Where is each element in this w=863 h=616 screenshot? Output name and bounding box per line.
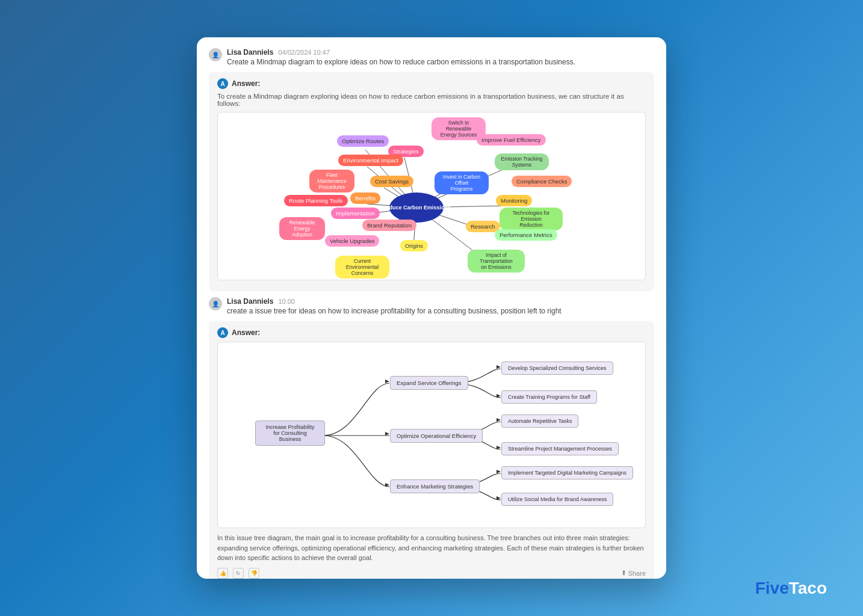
mm-fleet-maint: Fleet MaintenanceProcedures xyxy=(309,170,354,192)
svg-marker-20 xyxy=(496,446,501,449)
svg-marker-14 xyxy=(385,380,389,383)
like-icon[interactable]: 👍 xyxy=(217,568,228,579)
mm-research: Research xyxy=(466,221,500,232)
svg-marker-18 xyxy=(496,394,501,398)
svg-marker-17 xyxy=(496,365,501,369)
answer-block-1: A Answer: To create a Mindmap diagram ex… xyxy=(209,72,654,291)
answer-title-1: Answer: xyxy=(232,79,260,88)
mindmap-center: Reduce Carbon Emissions xyxy=(389,192,444,223)
mm-cost-savings: Cost Savings xyxy=(370,176,413,187)
user-message-1: 👤 Lisa Danniels 04/02/2024 10:47 Create … xyxy=(209,48,654,66)
action-icons: 👍 ↻ 👎 xyxy=(217,568,259,579)
answer-intro-1: To create a Mindmap diagram exploring id… xyxy=(217,93,646,107)
refresh-icon[interactable]: ↻ xyxy=(233,568,244,579)
mm-vehicle-upgrades: Vehicle Upgrades xyxy=(325,235,379,247)
brand-taco: Taco xyxy=(789,579,827,597)
svg-marker-21 xyxy=(496,470,501,473)
user-text-2: create a issue tree for ideas on how to … xyxy=(227,307,561,315)
chat-container: 👤 Lisa Danniels 04/02/2024 10:47 Create … xyxy=(197,37,666,579)
answer-icon-2: A xyxy=(217,327,228,338)
brand-logo: FiveTaco xyxy=(755,579,827,598)
share-button[interactable]: ⬆ Share xyxy=(621,569,646,577)
it-leaf-automate: Automate Repetitive Tasks xyxy=(501,414,578,428)
mm-perf-metrics: Performance Metrics xyxy=(495,229,557,241)
mm-impact-transport: Impact of Transportationon Emissions xyxy=(468,250,525,273)
mm-optimize-routes: Optimize Routes xyxy=(337,135,389,147)
mm-route-tools: Route Planning Tools xyxy=(284,195,348,206)
mm-invest-carbon: Invest in Carbon OffsetPrograms xyxy=(435,171,489,194)
mm-emission-tracking: Emission TrackingSystems xyxy=(495,153,549,170)
user-time-2: 10:00 xyxy=(278,298,295,305)
brand-five: Five xyxy=(755,579,789,597)
user-name-2: Lisa Danniels xyxy=(227,297,273,306)
it-main: Increase Profitability for Consulting Bu… xyxy=(255,420,325,446)
mindmap-area: Reduce Carbon Emissions Strategies Switc… xyxy=(217,112,646,280)
issue-tree-area: Increase Profitability for Consulting Bu… xyxy=(217,342,646,528)
mm-current-env: Current EnvironmentalConcerns xyxy=(335,256,389,279)
mm-improve-fuel: Improve Fuel Efficiency xyxy=(477,134,546,146)
mm-tech-emission: Technologies for EmissionReduction xyxy=(500,208,563,230)
avatar-1: 👤 xyxy=(209,48,222,61)
it-leaf-training: Create Training Programs for Staff xyxy=(501,390,597,404)
mm-env-impact: Environmental Impact xyxy=(338,155,403,166)
it-leaf-social: Utilize Social Media for Brand Awareness xyxy=(501,493,613,506)
user-name-1: Lisa Danniels xyxy=(227,48,273,57)
answer-summary-2: In this issue tree diagram, the main goa… xyxy=(217,533,646,563)
footer-actions: 👍 ↻ 👎 ⬆ Share xyxy=(217,568,646,579)
answer-icon-1: A xyxy=(217,78,228,89)
it-leaf-digital: Implement Targeted Digital Marketing Cam… xyxy=(501,466,633,479)
mm-brand-rep: Brand Reputation xyxy=(362,220,416,231)
mm-implementation: Implementation xyxy=(331,208,380,219)
user-text-1: Create a Mindmap diagram to explore idea… xyxy=(227,58,575,66)
it-mid-enhance: Enhance Marketing Strategies xyxy=(390,479,480,493)
user-message-2: 👤 Lisa Danniels 10:00 create a issue tre… xyxy=(209,297,654,315)
svg-marker-16 xyxy=(385,483,389,487)
mm-renewable-energy: Renewable EnergyAdoption xyxy=(279,217,325,240)
it-leaf-streamline: Streamline Project Management Processes xyxy=(501,442,619,455)
dislike-icon[interactable]: 👎 xyxy=(249,568,259,579)
svg-marker-15 xyxy=(385,432,389,436)
mm-benefits: Benefits xyxy=(350,192,380,204)
main-card: 👤 Lisa Danniels 04/02/2024 10:47 Create … xyxy=(197,37,666,579)
it-mid-expand: Expand Service Offerings xyxy=(390,376,468,390)
user-time-1: 04/02/2024 10:47 xyxy=(278,49,330,56)
svg-marker-22 xyxy=(496,496,501,500)
it-leaf-develop: Develop Specialized Consulting Services xyxy=(501,362,613,375)
mm-compliance: Compliance Checks xyxy=(512,176,572,187)
svg-marker-19 xyxy=(496,418,501,422)
it-mid-optimize: Optimize Operational Efficiency xyxy=(390,429,483,443)
share-icon: ⬆ xyxy=(621,569,626,577)
avatar-2: 👤 xyxy=(209,297,222,310)
answer-title-2: Answer: xyxy=(232,328,260,337)
mm-monitoring: Monitoring xyxy=(496,195,532,206)
answer-block-2: A Answer: xyxy=(209,321,654,579)
mm-origins: Origins xyxy=(400,240,428,251)
